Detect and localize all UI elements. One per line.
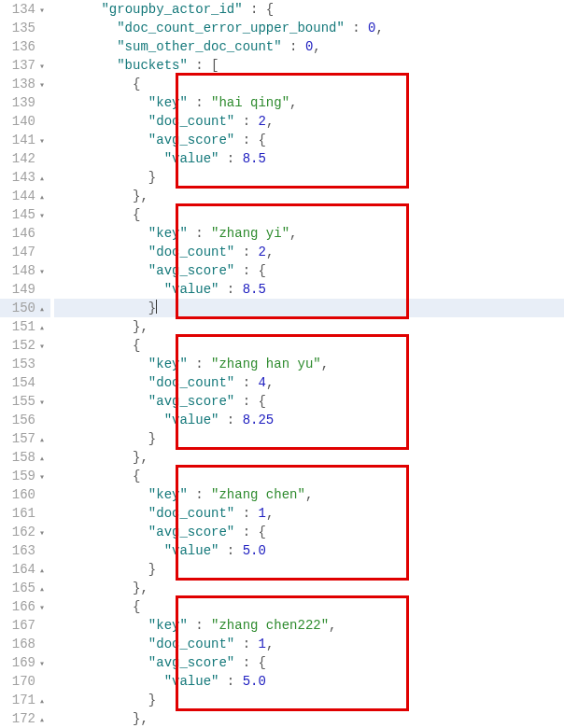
code-line[interactable]: } — [54, 560, 564, 579]
fold-close-icon[interactable]: ▴ — [37, 693, 47, 711]
fold-close-icon[interactable]: ▴ — [37, 189, 47, 207]
code-line[interactable]: { — [54, 467, 564, 485]
code-line[interactable]: } — [54, 168, 564, 187]
gutter-line[interactable]: 164▴ — [0, 560, 50, 579]
fold-open-icon[interactable]: ▾ — [37, 469, 47, 487]
gutter-line[interactable]: 147· — [0, 243, 50, 261]
code-line[interactable]: "avg_score" : { — [54, 392, 564, 411]
gutter-line[interactable]: 168· — [0, 635, 50, 653]
code-line[interactable]: "value" : 5.0 — [54, 541, 564, 560]
code-line[interactable]: "doc_count" : 1, — [54, 635, 564, 653]
fold-close-icon[interactable]: ▴ — [37, 581, 47, 599]
gutter-line[interactable]: 150▴ — [0, 299, 50, 317]
code-line[interactable]: "doc_count" : 1, — [54, 504, 564, 523]
code-line[interactable]: "doc_count" : 2, — [54, 112, 564, 131]
code-editor[interactable]: 134▾135·136·137▾138▾139·140·141▾142·143▴… — [0, 0, 564, 728]
gutter-line[interactable]: 144▴ — [0, 187, 50, 205]
code-line[interactable]: "key" : "zhang yi", — [54, 224, 564, 243]
gutter-line[interactable]: 155▾ — [0, 392, 50, 411]
gutter-line[interactable]: 148▾ — [0, 261, 50, 280]
code-line[interactable]: }, — [54, 709, 564, 728]
gutter-line[interactable]: 170· — [0, 672, 50, 691]
code-line[interactable]: "sum_other_doc_count" : 0, — [54, 37, 564, 56]
code-line[interactable]: "key" : "hai qing", — [54, 93, 564, 112]
code-line[interactable]: "key" : "zhang chen", — [54, 485, 564, 504]
code-line[interactable]: "buckets" : [ — [54, 56, 564, 75]
gutter-line[interactable]: 162▾ — [0, 523, 50, 541]
fold-open-icon[interactable]: ▾ — [37, 525, 47, 543]
fold-close-icon[interactable]: ▴ — [37, 450, 47, 469]
gutter-line[interactable]: 161· — [0, 504, 50, 523]
fold-close-icon[interactable]: ▴ — [37, 431, 47, 450]
gutter-line[interactable]: 140· — [0, 112, 50, 131]
fold-open-icon[interactable]: ▾ — [37, 338, 47, 357]
fold-open-icon[interactable]: ▾ — [37, 655, 47, 674]
code-line[interactable]: "doc_count" : 4, — [54, 373, 564, 392]
gutter-line[interactable]: 167· — [0, 616, 50, 635]
fold-open-icon[interactable]: ▾ — [37, 599, 47, 618]
gutter-line[interactable]: 139· — [0, 93, 50, 112]
gutter-line[interactable]: 146· — [0, 224, 50, 243]
code-line[interactable]: } — [54, 429, 564, 448]
gutter-line[interactable]: 152▾ — [0, 336, 50, 355]
gutter-line[interactable]: 166▾ — [0, 597, 50, 616]
gutter-line[interactable]: 143▴ — [0, 168, 50, 187]
code-line[interactable]: }, — [54, 448, 564, 467]
code-line[interactable]: { — [54, 75, 564, 93]
fold-open-icon[interactable]: ▾ — [37, 2, 47, 21]
gutter-line[interactable]: 151▴ — [0, 317, 50, 336]
fold-open-icon[interactable]: ▾ — [37, 394, 47, 413]
code-line[interactable]: { — [54, 597, 564, 616]
gutter-line[interactable]: 163· — [0, 541, 50, 560]
gutter-line[interactable]: 134▾ — [0, 0, 50, 19]
code-line[interactable]: }, — [54, 579, 564, 597]
gutter-line[interactable]: 156· — [0, 411, 50, 429]
gutter-line[interactable]: 160· — [0, 485, 50, 504]
code-line[interactable]: }, — [54, 317, 564, 336]
code-line[interactable]: "value" : 8.5 — [54, 149, 564, 168]
code-line[interactable]: "avg_score" : { — [54, 653, 564, 672]
gutter-line[interactable]: 136· — [0, 37, 50, 56]
gutter-line[interactable]: 142· — [0, 149, 50, 168]
code-line[interactable]: { — [54, 336, 564, 355]
gutter-line[interactable]: 138▾ — [0, 75, 50, 93]
gutter-line[interactable]: 141▾ — [0, 131, 50, 149]
code-line[interactable]: "avg_score" : { — [54, 523, 564, 541]
gutter-line[interactable]: 153· — [0, 355, 50, 373]
fold-open-icon[interactable]: ▾ — [37, 263, 47, 282]
code-line[interactable]: { — [54, 205, 564, 224]
fold-close-icon[interactable]: ▴ — [37, 170, 47, 189]
code-line[interactable]: "avg_score" : { — [54, 131, 564, 149]
gutter-line[interactable]: 145▾ — [0, 205, 50, 224]
code-line[interactable]: "key" : "zhang han yu", — [54, 355, 564, 373]
code-line[interactable]: "avg_score" : { — [54, 261, 564, 280]
fold-close-icon[interactable]: ▴ — [37, 301, 47, 319]
code-line[interactable]: "value" : 5.0 — [54, 672, 564, 691]
gutter-line[interactable]: 158▴ — [0, 448, 50, 467]
gutter-line[interactable]: 159▾ — [0, 467, 50, 485]
gutter-line[interactable]: 171▴ — [0, 691, 50, 709]
gutter-line[interactable]: 154· — [0, 373, 50, 392]
code-line[interactable]: "value" : 8.25 — [54, 411, 564, 429]
gutter-line[interactable]: 157▴ — [0, 429, 50, 448]
code-area[interactable]: "groupby_actor_id" : { "doc_count_error_… — [50, 0, 564, 728]
code-line[interactable]: "doc_count" : 2, — [54, 243, 564, 261]
fold-open-icon[interactable]: ▾ — [37, 133, 47, 151]
code-line[interactable]: "key" : "zhang chen222", — [54, 616, 564, 635]
code-line[interactable]: }, — [54, 187, 564, 205]
gutter-line[interactable]: 149· — [0, 280, 50, 299]
code-line[interactable]: "doc_count_error_upper_bound" : 0, — [54, 19, 564, 37]
code-line[interactable]: "groupby_actor_id" : { — [54, 0, 564, 19]
gutter-line[interactable]: 135· — [0, 19, 50, 37]
gutter-line[interactable]: 169▾ — [0, 653, 50, 672]
gutter-line[interactable]: 165▴ — [0, 579, 50, 597]
gutter-line[interactable]: 137▾ — [0, 56, 50, 75]
fold-close-icon[interactable]: ▴ — [37, 562, 47, 581]
code-line[interactable]: } — [54, 691, 564, 709]
code-line[interactable]: "value" : 8.5 — [54, 280, 564, 299]
fold-open-icon[interactable]: ▾ — [37, 77, 47, 95]
fold-close-icon[interactable]: ▴ — [37, 711, 47, 728]
fold-close-icon[interactable]: ▴ — [37, 319, 47, 338]
fold-open-icon[interactable]: ▾ — [37, 207, 47, 226]
fold-open-icon[interactable]: ▾ — [37, 58, 47, 77]
